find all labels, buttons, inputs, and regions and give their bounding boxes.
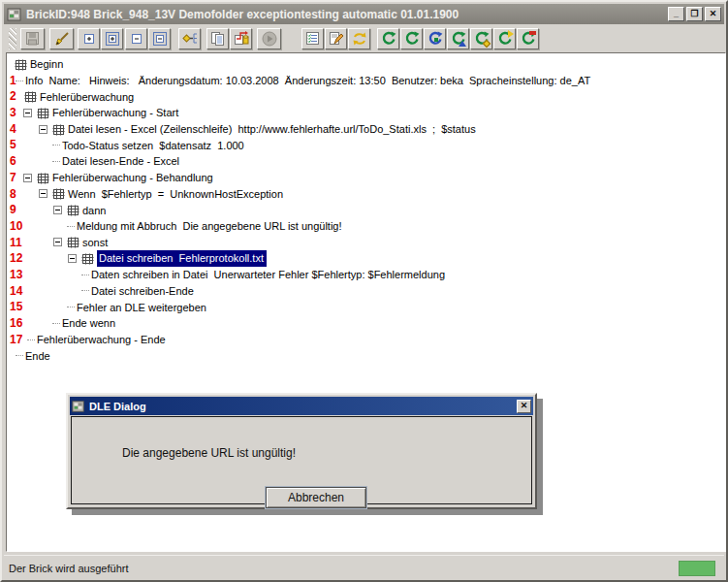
- tree-row[interactable]: 8 Wenn $Fehlertyp = UnknownHostException: [7, 186, 725, 203]
- tree-row[interactable]: 13 Daten schreiben in Datei Unerwarteter…: [7, 267, 725, 283]
- tree-row-label: Fehler an DLE weitergeben: [77, 301, 206, 314]
- tree-row[interactable]: 16 Ende wenn: [7, 315, 725, 332]
- tree-row[interactable]: 5 Todo-Status setzen $datensatz 1.000: [7, 137, 725, 153]
- expand-all-button[interactable]: [101, 28, 123, 49]
- line-number: 10: [10, 219, 22, 233]
- collapse-all-button[interactable]: [148, 28, 171, 49]
- window-titlebar[interactable]: BrickID:948 Brick_948_13V Demofolder exc…: [4, 4, 724, 24]
- run-brick-button[interactable]: [400, 28, 423, 49]
- tree-row-label: Fehlerüberwachung: [40, 90, 134, 104]
- tree-row-label: Datei schreiben-Ende: [91, 284, 194, 298]
- window-title: BrickID:948 Brick_948_13V Demofolder exc…: [26, 8, 666, 21]
- run-brick-icon: [404, 31, 420, 47]
- close-button[interactable]: ✕: [705, 7, 721, 21]
- tree-row[interactable]: 6 Datei lesen-Ende - Excel: [7, 153, 725, 170]
- step-run-button[interactable]: [447, 28, 469, 49]
- tree-row[interactable]: 4 Datei lesen - Excel (Zeilenschleife) h…: [7, 121, 725, 138]
- dialog-body: Die angegebene URL ist ungültig! Abbrech…: [71, 416, 532, 504]
- collapse-toggle[interactable]: [53, 206, 62, 214]
- tree-row[interactable]: 7 Fehlerüberwachung - Behandlung: [7, 170, 725, 186]
- node-grid-icon: [52, 187, 65, 200]
- line-number: 13: [10, 268, 22, 281]
- tree-connector: [81, 290, 89, 291]
- collapse-toggle[interactable]: [68, 254, 77, 263]
- run-to-node-button[interactable]: [470, 28, 492, 49]
- tree-connector: [52, 161, 60, 162]
- node-grid-icon: [67, 236, 79, 248]
- dialog-title: DLE Dialog: [89, 401, 517, 412]
- edit-document-button[interactable]: [325, 28, 347, 49]
- node-grid-icon: [37, 172, 49, 184]
- paintbrush-button[interactable]: [49, 28, 74, 49]
- abort-button[interactable]: Abbrechen: [266, 487, 366, 508]
- debug-run-button[interactable]: [424, 28, 446, 49]
- tree-connector: [16, 81, 23, 81]
- toolbar: [4, 24, 724, 52]
- collapse-toggle[interactable]: [23, 174, 32, 182]
- node-grid-icon: [37, 107, 49, 119]
- tree-row[interactable]: 10 Meldung mit Abbruch Die angegebene UR…: [7, 218, 725, 235]
- tree-row[interactable]: Beginn: [7, 56, 725, 73]
- collapse-toggle[interactable]: [39, 189, 47, 198]
- run-node-icon: [381, 31, 396, 47]
- checklist-button[interactable]: [301, 28, 324, 49]
- line-number: 6: [10, 154, 16, 168]
- tree-row[interactable]: 11 sonst: [7, 235, 725, 251]
- tree-row[interactable]: Ende: [7, 347, 725, 364]
- collapse-all-icon: [153, 32, 167, 46]
- collapse-toggle[interactable]: [23, 109, 32, 117]
- save-button[interactable]: [20, 28, 45, 49]
- tree-row[interactable]: 9 dann: [7, 202, 725, 218]
- tree-row[interactable]: 2 Fehlerüberwachung: [7, 88, 725, 105]
- checklist-icon: [305, 31, 320, 46]
- dle-dialog: DLE Dialog ✕ Die angegebene URL ist ungü…: [66, 393, 537, 509]
- tree-row-label: Fehlerüberwachung - Start: [52, 106, 178, 119]
- line-number: 17: [10, 333, 22, 346]
- line-number: 5: [10, 138, 16, 151]
- rerun-button[interactable]: [493, 28, 516, 49]
- line-number: 16: [10, 316, 22, 330]
- tree-row[interactable]: 15 Fehler an DLE weitergeben: [7, 299, 725, 315]
- tree-row[interactable]: 1 Info Name: Hinweis: Änderungsdatum: 10…: [7, 73, 725, 89]
- tree-connector: [67, 307, 75, 307]
- update-document-button[interactable]: [230, 28, 252, 49]
- minimize-button[interactable]: _: [668, 7, 684, 21]
- locate-node-button[interactable]: [178, 28, 201, 49]
- tree-row-label: Ende: [25, 349, 50, 363]
- tree-row-label: Datei lesen-Ende - Excel: [62, 154, 179, 168]
- dialog-icon: [72, 400, 85, 413]
- expand-node-button[interactable]: [78, 28, 100, 49]
- collapse-toggle[interactable]: [53, 238, 62, 246]
- step-marker: [459, 41, 466, 47]
- maximize-button[interactable]: ❐: [686, 7, 703, 21]
- dialog-close-button[interactable]: ✕: [517, 400, 531, 413]
- line-number: 8: [10, 187, 16, 201]
- dialog-titlebar[interactable]: DLE Dialog ✕: [70, 397, 533, 415]
- collapse-node-icon: [130, 32, 143, 46]
- dialog-message: Die angegebene URL ist ungültig!: [122, 446, 296, 460]
- toolbar-grip[interactable]: [9, 28, 16, 49]
- tree-row-label: sonst: [82, 236, 108, 249]
- tree-row-selected[interactable]: 12 Datei schreiben Fehlerprotokoll.txt: [7, 250, 725, 267]
- collapse-node-button[interactable]: [125, 28, 147, 49]
- tree-row-label: Meldung mit Abbruch Die angegebene URL i…: [77, 219, 342, 233]
- copy-document-button[interactable]: [206, 28, 229, 49]
- play-button[interactable]: [257, 28, 281, 49]
- play-icon: [262, 31, 277, 47]
- tree-row-label: dann: [82, 204, 106, 217]
- tree-connector: [27, 340, 35, 340]
- tree-row[interactable]: 14 Datei schreiben-Ende: [7, 283, 725, 300]
- save-icon: [25, 31, 40, 46]
- line-number: 1: [10, 74, 16, 87]
- node-grid-icon: [81, 252, 94, 265]
- tree-row[interactable]: 3 Fehlerüberwachung - Start: [7, 105, 725, 121]
- node-grid-icon: [52, 123, 65, 136]
- collapse-toggle[interactable]: [39, 125, 47, 134]
- sync-button[interactable]: [348, 28, 370, 49]
- breakpoint-run-button[interactable]: [517, 28, 539, 49]
- tree-row-label: Datei schreiben Fehlerprotokoll.txt: [97, 250, 267, 267]
- tree-row[interactable]: 17 Fehlerüberwachung - Ende: [7, 332, 725, 348]
- run-node-button[interactable]: [377, 28, 399, 49]
- line-number: 12: [10, 251, 22, 265]
- line-number: 7: [10, 171, 16, 184]
